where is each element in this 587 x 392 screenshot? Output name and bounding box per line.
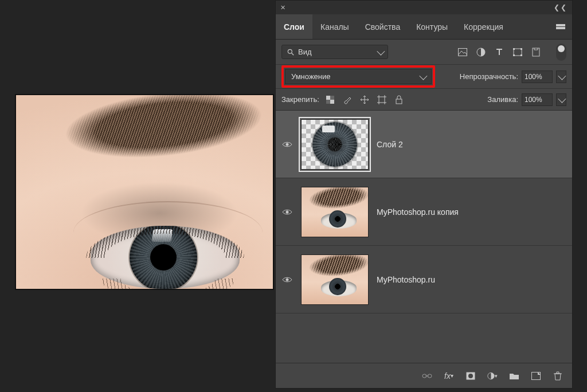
svg-point-23 xyxy=(468,374,473,378)
chevron-down-icon xyxy=(558,72,566,80)
tab-channels[interactable]: Каналы xyxy=(312,14,357,39)
thumb-iris xyxy=(312,122,357,167)
lock-artboard-icon[interactable] xyxy=(377,95,387,105)
layer-name[interactable]: MyPhotoshop.ru копия xyxy=(377,207,459,217)
filter-text-icon[interactable] xyxy=(494,47,504,57)
canvas-image xyxy=(15,94,274,290)
close-icon[interactable]: ✕ xyxy=(280,4,285,11)
chevron-down-icon xyxy=(419,72,427,80)
pupil xyxy=(150,244,177,271)
lock-icons xyxy=(325,95,404,105)
panel-footer: fx▾ ▾ xyxy=(276,363,572,388)
lock-move-icon[interactable] xyxy=(359,95,370,105)
filter-shape-icon[interactable] xyxy=(512,47,523,57)
catchlight xyxy=(151,229,173,242)
layer-thumbnail[interactable] xyxy=(301,119,369,170)
chevron-down-icon xyxy=(558,95,566,103)
chevron-down-icon xyxy=(377,47,385,55)
lock-all-icon[interactable] xyxy=(394,95,404,105)
layer-thumbnail[interactable] xyxy=(301,254,369,305)
tab-paths[interactable]: Контуры xyxy=(408,14,456,39)
filter-image-icon[interactable] xyxy=(457,47,468,57)
fill-dropdown-button[interactable] xyxy=(556,93,566,106)
search-icon xyxy=(287,48,295,56)
svg-point-18 xyxy=(286,278,289,281)
blend-mode-dropdown[interactable]: Умножение xyxy=(285,69,432,84)
filter-row: Вид xyxy=(276,40,572,65)
svg-rect-14 xyxy=(379,97,385,103)
layer-row[interactable]: MyPhotoshop.ru xyxy=(276,246,572,313)
layer-thumbnail[interactable] xyxy=(301,187,369,237)
fx-icon[interactable]: fx▾ xyxy=(444,371,454,381)
blend-row: Умножение Непрозрачность: xyxy=(276,65,572,89)
visibility-toggle[interactable] xyxy=(281,274,293,285)
trash-icon[interactable] xyxy=(553,371,563,381)
svg-rect-12 xyxy=(330,96,334,100)
hamburger-icon xyxy=(556,24,565,30)
filter-kind-label: Вид xyxy=(298,48,312,56)
blend-mode-value: Умножение xyxy=(291,72,330,81)
svg-rect-9 xyxy=(533,48,539,56)
filter-kind-dropdown[interactable]: Вид xyxy=(281,45,388,59)
panel-titlebar: ✕ ❮❮ xyxy=(276,1,572,14)
adjustment-icon[interactable]: ▾ xyxy=(487,371,498,381)
layers-list: Слой 2 MyPhotoshop.ru копия MyPhotoshop.… xyxy=(276,111,572,363)
panel-menu-button[interactable] xyxy=(549,14,572,39)
tab-adjustments[interactable]: Коррекция xyxy=(456,14,511,39)
fill-control: Заливка: xyxy=(487,93,566,106)
lock-row: Закрепить: Заливка: xyxy=(276,89,572,111)
lower-lashes xyxy=(91,279,245,290)
opacity-label: Непрозрачность: xyxy=(460,72,518,81)
layer-row[interactable]: Слой 2 xyxy=(276,111,572,178)
opacity-input[interactable] xyxy=(522,70,553,83)
group-icon[interactable] xyxy=(509,371,519,381)
layer-row[interactable]: MyPhotoshop.ru копия xyxy=(276,178,572,246)
svg-rect-7 xyxy=(513,54,515,56)
svg-rect-6 xyxy=(521,48,522,50)
fill-label: Заливка: xyxy=(487,95,518,104)
fill-input[interactable] xyxy=(522,93,553,106)
svg-rect-13 xyxy=(326,100,330,104)
layer-name[interactable]: MyPhotoshop.ru xyxy=(377,275,435,284)
blend-mode-highlight: Умножение xyxy=(281,65,435,88)
tab-properties[interactable]: Свойства xyxy=(357,14,408,39)
svg-rect-11 xyxy=(330,100,334,104)
filter-adjust-icon[interactable] xyxy=(476,47,486,57)
layer-name[interactable]: Слой 2 xyxy=(377,140,403,149)
svg-rect-5 xyxy=(513,48,515,50)
svg-point-16 xyxy=(286,143,289,146)
lock-label: Закрепить: xyxy=(281,95,319,104)
type-filter-icons xyxy=(457,47,541,57)
visibility-toggle[interactable] xyxy=(281,139,293,150)
lock-brush-icon[interactable] xyxy=(342,95,353,105)
panel-tabs: Слои Каналы Свойства Контуры Коррекция xyxy=(276,14,572,40)
filter-toggle[interactable] xyxy=(556,44,566,61)
svg-line-1 xyxy=(292,53,294,55)
opacity-control: Непрозрачность: xyxy=(460,70,566,83)
layers-panel: ✕ ❮❮ Слои Каналы Свойства Контуры Коррек… xyxy=(275,0,573,389)
filter-smart-icon[interactable] xyxy=(531,47,541,57)
new-layer-icon[interactable] xyxy=(531,371,541,381)
svg-point-17 xyxy=(286,210,289,213)
thumb-catchlight xyxy=(322,126,335,132)
lock-pixels-icon[interactable] xyxy=(325,95,335,105)
svg-rect-10 xyxy=(326,96,330,100)
opacity-dropdown-button[interactable] xyxy=(556,70,566,83)
visibility-toggle[interactable] xyxy=(281,206,293,218)
collapse-icon[interactable]: ❮❮ xyxy=(554,3,568,11)
mask-icon[interactable] xyxy=(465,371,476,381)
svg-rect-15 xyxy=(396,99,402,104)
tab-layers[interactable]: Слои xyxy=(276,14,312,39)
svg-rect-4 xyxy=(514,49,522,56)
svg-point-0 xyxy=(288,49,292,53)
link-layers-icon[interactable] xyxy=(422,371,432,381)
svg-rect-8 xyxy=(521,54,522,56)
